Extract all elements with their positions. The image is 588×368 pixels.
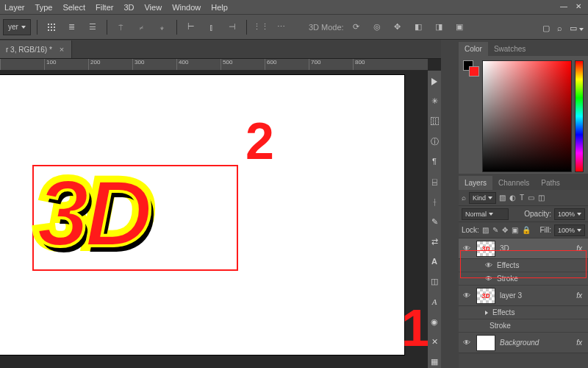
- layer-thumb[interactable]: 3D: [476, 288, 495, 304]
- visibility-toggle[interactable]: 👁: [462, 339, 472, 347]
- align-bottom-icon[interactable]: ⍖: [154, 19, 171, 35]
- selection-bounds[interactable]: 3D 3D 3D: [32, 165, 238, 271]
- menu-3d[interactable]: 3D: [123, 3, 134, 12]
- layer-row-layer3[interactable]: 👁 3D layer 3 fx: [459, 286, 588, 306]
- align-top-icon[interactable]: ⍑: [113, 19, 129, 35]
- collapsed-tool-strip: ✳ ⿲ ⓘ ¶ ⌸ ⟊ ✎ ⇄ A ◫ A ◉ ✕ ▦: [428, 71, 441, 368]
- navigator-icon[interactable]: ▦: [428, 355, 441, 368]
- filter-adjust-icon[interactable]: ◐: [509, 194, 516, 202]
- lock-position-icon[interactable]: ✥: [502, 226, 508, 234]
- blend-mode-dropdown[interactable]: Normal: [462, 208, 509, 220]
- menu-filter[interactable]: Filter: [96, 3, 113, 12]
- lock-artboard-icon[interactable]: ▣: [512, 226, 518, 234]
- distribute-icon[interactable]: ⋮⋮: [253, 19, 269, 35]
- filter-shape-icon[interactable]: ▭: [528, 194, 534, 202]
- workspace-square-icon[interactable]: ▢: [542, 24, 550, 33]
- close-tab-icon[interactable]: ×: [60, 45, 64, 54]
- ruler-icon[interactable]: ⟊: [428, 195, 441, 208]
- tab-paths[interactable]: Paths: [535, 176, 566, 190]
- align-grid-icon[interactable]: [43, 19, 60, 35]
- color-field[interactable]: [482, 60, 572, 172]
- layer-filter-kind[interactable]: Kind: [469, 192, 496, 204]
- paragraph-icon[interactable]: ¶: [428, 155, 441, 168]
- 3d-move-icon[interactable]: ✥: [390, 19, 406, 35]
- layer-effects-label[interactable]: Effects: [459, 306, 588, 319]
- menu-type[interactable]: Type: [35, 3, 53, 12]
- fg-bg-swatch[interactable]: [463, 60, 479, 172]
- 3d-camera-icon[interactable]: ▣: [451, 19, 467, 35]
- 3d-scale-icon[interactable]: ◧: [410, 19, 426, 35]
- lock-paint-icon[interactable]: ✎: [492, 226, 498, 234]
- layer-row-background[interactable]: 👁 Background fx: [459, 333, 588, 353]
- menu-layer[interactable]: Layer: [4, 3, 25, 12]
- search-small-icon[interactable]: ⌕: [462, 194, 466, 202]
- fx-badge[interactable]: fx: [576, 339, 585, 347]
- align-vcenter-icon[interactable]: ⌿: [134, 19, 150, 35]
- brush-icon[interactable]: ✎: [428, 215, 441, 227]
- play-icon[interactable]: [428, 75, 441, 88]
- layer-name[interactable]: 3D: [500, 244, 572, 252]
- background-swatch[interactable]: [469, 66, 479, 77]
- more-icon[interactable]: ⋯: [273, 19, 290, 35]
- document-tab[interactable]: r 3, RGB/16) * ×: [0, 40, 72, 58]
- hue-slider[interactable]: [575, 60, 584, 172]
- menu-view[interactable]: View: [144, 3, 162, 12]
- fx-badge[interactable]: fx: [576, 244, 585, 252]
- visibility-toggle[interactable]: 👁: [462, 291, 472, 300]
- canvas-viewport[interactable]: 3D 3D 3D 2 1: [0, 71, 428, 368]
- menu-select[interactable]: Select: [62, 3, 85, 12]
- tab-color[interactable]: Color: [459, 42, 488, 56]
- layer-name[interactable]: layer 3: [500, 291, 572, 300]
- filter-smart-icon[interactable]: ◫: [538, 194, 545, 202]
- layer-effects-label[interactable]: 👁Effects: [459, 259, 588, 272]
- adjust-icon[interactable]: ✕: [428, 336, 441, 348]
- layer-name[interactable]: Background: [500, 339, 572, 347]
- tab-layers[interactable]: Layers: [459, 176, 492, 190]
- tab-channels[interactable]: Channels: [492, 176, 535, 190]
- search-icon[interactable]: ⌕: [557, 24, 562, 32]
- menu-window[interactable]: Window: [172, 3, 201, 12]
- 3d-orbit-icon[interactable]: ◎: [369, 19, 385, 35]
- align-left-icon[interactable]: ⊢: [183, 19, 199, 35]
- fx-badge[interactable]: fx: [576, 291, 585, 300]
- character-icon[interactable]: A: [428, 295, 441, 308]
- menu-help[interactable]: Help: [211, 3, 228, 12]
- layer-effect-stroke[interactable]: Stroke: [459, 319, 588, 333]
- layer-row-3d[interactable]: 👁 3D 3D fx: [459, 238, 588, 259]
- 3d-slide-icon[interactable]: ◨: [431, 19, 447, 35]
- tab-swatches[interactable]: Swatches: [488, 42, 531, 56]
- art-main-layer: 3D: [37, 166, 148, 261]
- align-columns-icon[interactable]: ≣: [64, 19, 80, 35]
- window-minimize-icon[interactable]: —: [557, 0, 570, 12]
- fill-label: Fill:: [539, 226, 551, 234]
- filter-type-icon[interactable]: T: [520, 194, 524, 202]
- glyphs-icon[interactable]: ⌸: [428, 175, 441, 188]
- workspace-switch-icon[interactable]: ▭: [570, 24, 584, 33]
- layer-target-dropdown[interactable]: yer: [3, 19, 31, 35]
- lock-all-icon[interactable]: 🔒: [522, 226, 531, 234]
- layer-thumb[interactable]: [476, 335, 495, 351]
- layer-thumb[interactable]: 3D: [476, 241, 495, 257]
- 3d-rotate-icon[interactable]: ⟳: [348, 19, 365, 35]
- fill-input[interactable]: 100%: [554, 224, 585, 236]
- swap-icon[interactable]: ⇄: [428, 236, 441, 248]
- spark-icon[interactable]: ✳: [428, 95, 441, 107]
- annotation-2: 2: [245, 112, 274, 171]
- clone-icon[interactable]: ◉: [428, 315, 441, 328]
- info-icon[interactable]: ⓘ: [428, 135, 441, 148]
- layers-icon[interactable]: ◫: [428, 275, 441, 288]
- visibility-toggle[interactable]: 👁: [462, 244, 472, 252]
- panel-icon-strip: [441, 40, 459, 368]
- align-hcenter-icon[interactable]: ⫿: [204, 19, 220, 35]
- lock-transparent-icon[interactable]: ▨: [482, 226, 489, 234]
- histogram-icon[interactable]: ⿲: [428, 115, 441, 127]
- align-rows-icon[interactable]: ☰: [85, 19, 101, 35]
- align-right-icon[interactable]: ⊣: [224, 19, 240, 35]
- workspace: 100200300400500600700800 3D 3D 3D 2 1 ✳ …: [0, 59, 441, 368]
- canvas[interactable]: 3D 3D 3D 2: [0, 75, 404, 355]
- filter-pixel-icon[interactable]: ▨: [499, 194, 506, 202]
- window-close-icon[interactable]: ✕: [572, 0, 585, 12]
- opacity-input[interactable]: 100%: [554, 208, 585, 220]
- layer-effect-stroke[interactable]: 👁Stroke: [459, 272, 588, 286]
- type-tool-icon[interactable]: A: [428, 255, 441, 268]
